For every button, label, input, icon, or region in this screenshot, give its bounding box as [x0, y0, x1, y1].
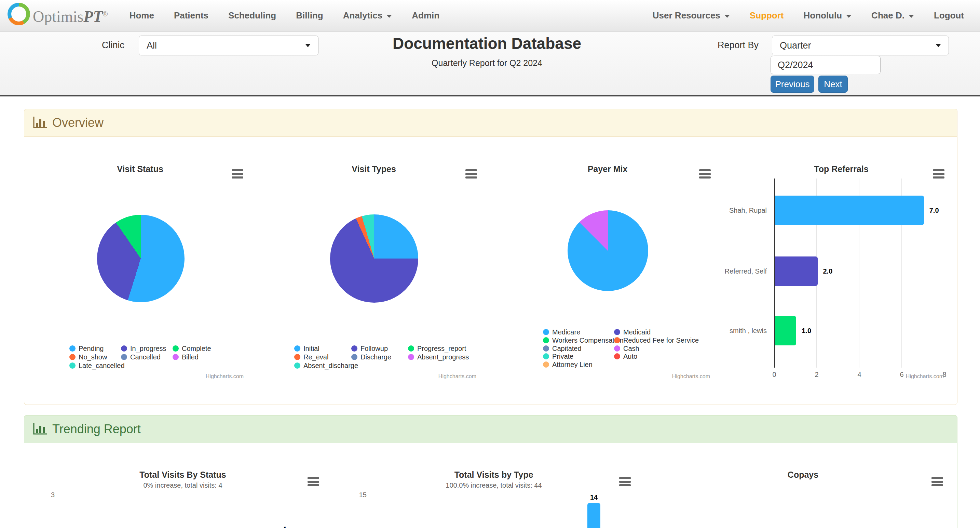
legend-dot	[173, 354, 179, 360]
overview-title: Overview	[52, 116, 103, 130]
legend-dot	[69, 354, 75, 360]
registered-mark: ®	[102, 10, 108, 18]
visit-status-menu-button[interactable]	[232, 169, 243, 179]
visit-types-pie	[330, 214, 418, 303]
brand-name: OptimisPT®	[33, 3, 108, 28]
legend-item[interactable]: Reduced Fee for Service	[614, 336, 699, 345]
highcharts-credits[interactable]: Highcharts.com	[408, 373, 476, 380]
nav-item-analytics[interactable]: Analytics	[333, 10, 402, 21]
brand-logo[interactable]: OptimisPT®	[8, 3, 108, 28]
bar-shah-rupal: 7.0	[774, 196, 945, 225]
clinic-label: Clinic	[102, 38, 124, 52]
legend-dot	[614, 345, 620, 351]
total-visits-by-status-menu-button[interactable]	[307, 477, 319, 486]
legend-item[interactable]: Medicare	[543, 328, 580, 337]
next-button[interactable]: Next	[818, 76, 848, 93]
nav-item-patients[interactable]: Patients	[164, 10, 218, 21]
gridline	[59, 495, 335, 495]
legend-dot	[408, 345, 414, 351]
bar-referred-self: 2.0	[774, 257, 945, 286]
clinic-select[interactable]: All	[139, 35, 318, 56]
category-label: Shah, Rupal	[697, 206, 767, 215]
nav-item-user-menu[interactable]: Chae D.	[861, 10, 924, 21]
legend-item[interactable]: Workers Compensation	[543, 336, 624, 345]
legend-item[interactable]: Pending	[69, 344, 103, 353]
payer-mix-pie	[568, 210, 648, 291]
caret-down-icon	[724, 15, 730, 18]
page: OptimisPT® Home Patients Scheduling Bill…	[0, 0, 980, 528]
legend-item[interactable]: Absent_progress	[408, 353, 469, 362]
nav-item-admin[interactable]: Admin	[402, 10, 449, 21]
caret-down-icon	[935, 44, 941, 47]
legend-item[interactable]: Late_cancelled	[69, 361, 125, 370]
user-nav: User Resources Support Honolulu Chae D. …	[643, 10, 974, 21]
legend-dot	[408, 354, 414, 360]
legend-item[interactable]: No_show	[69, 353, 107, 362]
legend-item[interactable]: Attorney Lien	[543, 360, 592, 369]
legend-dot	[614, 329, 620, 335]
caret-down-icon	[908, 15, 914, 18]
legend-dot	[294, 354, 301, 360]
category-label: Referred, Self	[697, 267, 767, 276]
payer-mix-menu-button[interactable]	[699, 169, 711, 179]
legend-item[interactable]: Re_eval	[294, 353, 328, 362]
legend-dot	[543, 353, 549, 359]
nav-item-billing[interactable]: Billing	[286, 10, 333, 21]
type-column-bar	[587, 503, 600, 528]
payer-mix-title: Payer Mix	[495, 164, 720, 174]
legend-dot	[351, 354, 358, 360]
nav-item-user-resources[interactable]: User Resources	[643, 10, 740, 21]
legend-item[interactable]: Complete	[173, 344, 211, 353]
legend-dot	[543, 337, 549, 343]
report-by-select[interactable]: Quarter	[772, 35, 949, 56]
visit-status-pie	[97, 215, 185, 302]
legend-dot	[614, 337, 620, 343]
legend-item[interactable]: Initial	[294, 344, 320, 353]
total-visits-by-type-menu-button[interactable]	[619, 477, 631, 486]
top-referrals-plot: 7.0 2.0 1.0	[774, 179, 945, 368]
highcharts-credits[interactable]: Highcharts.com	[175, 373, 243, 380]
x-tick-label: 4	[853, 371, 866, 378]
nav-item-scheduling[interactable]: Scheduling	[218, 10, 286, 21]
legend-item[interactable]: Medicaid	[614, 328, 651, 337]
visit-types-menu-button[interactable]	[465, 169, 477, 179]
legend-item[interactable]: Followup	[351, 344, 388, 353]
bar-chart-icon	[33, 116, 47, 129]
overview-panel-heading: Overview	[24, 109, 958, 137]
nav-item-logout[interactable]: Logout	[924, 10, 974, 21]
caret-down-icon	[387, 15, 392, 18]
legend-item[interactable]: Cancelled	[121, 353, 161, 362]
bar-chart-icon	[33, 423, 47, 435]
top-referrals-menu-button[interactable]	[933, 169, 945, 179]
legend-dot	[69, 345, 75, 351]
legend-item[interactable]: Private	[543, 352, 573, 361]
nav-item-home[interactable]: Home	[119, 10, 164, 21]
legend-dot	[69, 362, 75, 368]
page-subtitle: Quarterly Report for Q2 2024	[316, 58, 658, 68]
total-visits-by-type-title: Total Visits by Type	[338, 470, 649, 480]
legend-dot	[614, 353, 620, 359]
legend-item[interactable]: Discharge	[351, 353, 391, 362]
visit-types-title: Visit Types	[261, 164, 487, 174]
copays-menu-button[interactable]	[931, 477, 943, 486]
legend-dot	[543, 345, 549, 351]
legend-item[interactable]: Billed	[173, 353, 199, 362]
bar-value-label: 14	[585, 493, 603, 501]
legend-dot	[351, 345, 358, 351]
total-visits-by-status-title: Total Visits By Status	[27, 470, 338, 480]
y-tick-label: 3	[34, 491, 55, 499]
legend-item[interactable]: Auto	[614, 352, 637, 361]
report-by-label: Report By	[718, 38, 759, 52]
legend-item[interactable]: Absent_discharge	[294, 361, 358, 370]
previous-button[interactable]: Previous	[770, 76, 814, 93]
nav-item-location[interactable]: Honolulu	[794, 10, 861, 21]
highcharts-credits[interactable]: Highcharts.com	[642, 373, 710, 380]
legend-dot	[294, 362, 301, 368]
nav-item-support[interactable]: Support	[740, 10, 794, 21]
bar-value-label: 1.0	[802, 327, 811, 335]
highcharts-credits[interactable]: Highcharts.com	[875, 373, 944, 380]
period-input[interactable]: Q2/2024	[770, 56, 881, 74]
legend-item[interactable]: Progress_report	[408, 344, 466, 353]
optimispt-logo-icon	[8, 3, 30, 25]
legend-item[interactable]: In_progress	[121, 344, 166, 353]
